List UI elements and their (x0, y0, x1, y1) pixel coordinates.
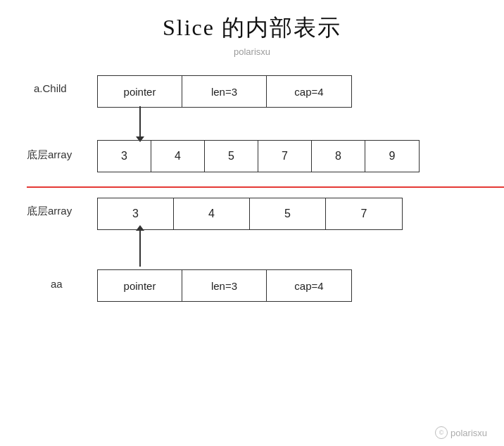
diarray-bottom-cell-3: 7 (326, 198, 402, 229)
achild-cell-len: len=3 (182, 76, 267, 107)
arrow-up (139, 230, 141, 267)
watermark-icon: © (435, 426, 448, 439)
subtitle: polarisxu (0, 46, 504, 57)
aa-cell-cap: cap=4 (267, 270, 351, 301)
page-title: Slice 的内部表示 (0, 0, 504, 44)
diarray-top-cell-4: 8 (312, 141, 365, 172)
aa-box: pointer len=3 cap=4 (97, 269, 352, 302)
watermark-text: polarisxu (451, 428, 487, 438)
diarray-top-box: 3 4 5 7 8 9 (97, 140, 420, 172)
diarray-bottom-cell-2: 5 (250, 198, 326, 229)
red-divider (27, 186, 504, 188)
aa-cell-pointer: pointer (98, 270, 182, 301)
label-diarray-bottom: 底层array (27, 205, 72, 218)
diarray-top-cell-1: 4 (151, 141, 205, 172)
achild-cell-pointer: pointer (98, 76, 182, 107)
achild-box: pointer len=3 cap=4 (97, 75, 352, 108)
diarray-top-cell-0: 3 (98, 141, 151, 172)
achild-cell-cap: cap=4 (267, 76, 351, 107)
label-aa: aa (51, 278, 63, 290)
arrow-down (139, 106, 141, 137)
diarray-top-cell-3: 7 (258, 141, 312, 172)
diarray-top-cell-5: 9 (365, 141, 419, 172)
aa-cell-len: len=3 (182, 270, 267, 301)
label-diarray-top: 底层array (27, 148, 72, 162)
diarray-bottom-cell-1: 4 (174, 198, 250, 229)
top-section: a.Child pointer len=3 cap=4 底层array 3 4 … (14, 70, 490, 182)
diagram-area: a.Child pointer len=3 cap=4 底层array 3 4 … (0, 70, 504, 351)
bottom-section: 底层array 3 4 5 7 aa pointer len=3 cap=4 (14, 196, 490, 351)
watermark: © polarisxu (435, 426, 487, 439)
diarray-top-cell-2: 5 (205, 141, 258, 172)
label-achild: a.Child (34, 82, 67, 94)
